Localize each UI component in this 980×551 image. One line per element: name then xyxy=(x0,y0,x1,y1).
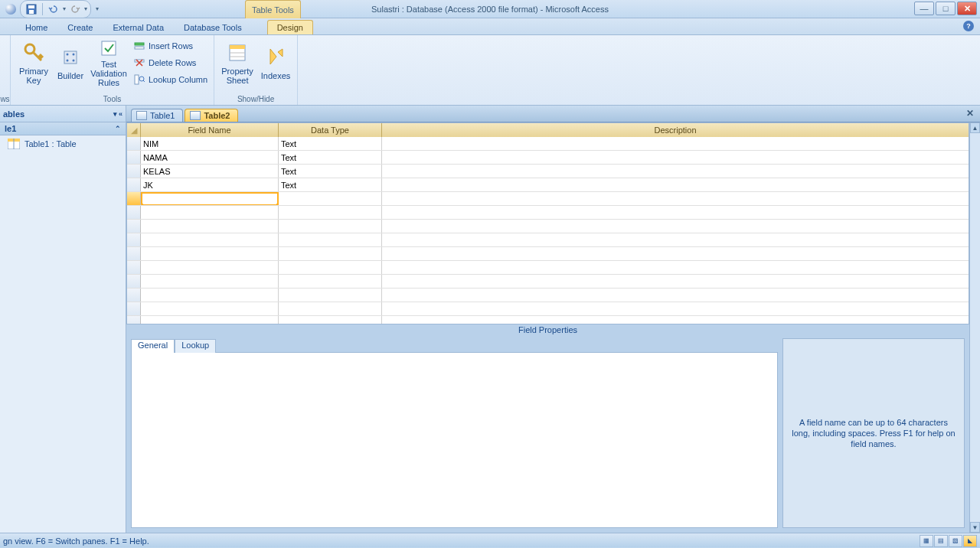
primary-key-button[interactable]: Primary Key xyxy=(15,37,52,87)
row-selector[interactable] xyxy=(127,165,141,178)
navpane-header[interactable]: ables ▾ « xyxy=(0,106,126,122)
row-selector[interactable] xyxy=(127,302,141,315)
maximize-button[interactable]: □ xyxy=(936,2,956,15)
description-cell[interactable] xyxy=(382,233,969,246)
row-selector[interactable] xyxy=(127,206,141,219)
table-row[interactable]: NAMAText xyxy=(127,151,969,165)
data-type-cell[interactable] xyxy=(279,233,382,246)
table-row[interactable]: NIMText xyxy=(127,137,969,151)
data-type-cell[interactable] xyxy=(279,289,382,302)
table-row[interactable] xyxy=(127,289,969,302)
description-cell[interactable] xyxy=(382,316,969,324)
data-type-cell[interactable] xyxy=(279,206,382,219)
fp-tab-general[interactable]: General xyxy=(131,339,175,353)
doc-tab-table1[interactable]: Table1 xyxy=(131,109,183,122)
description-cell[interactable] xyxy=(382,289,969,302)
views-button[interactable] xyxy=(5,37,5,87)
view-datasheet-button[interactable]: ▦ xyxy=(920,535,933,547)
field-name-cell[interactable]: NIM xyxy=(141,137,279,150)
scroll-down-icon[interactable]: ▼ xyxy=(970,522,980,533)
tab-design[interactable]: Design xyxy=(267,20,313,34)
office-button[interactable] xyxy=(3,2,18,17)
row-selector[interactable] xyxy=(127,220,141,233)
view-pivottable-button[interactable]: ▤ xyxy=(934,535,948,547)
field-name-input[interactable] xyxy=(143,194,276,204)
navpane-item-table1[interactable]: Table1 : Table xyxy=(0,135,126,152)
description-cell[interactable] xyxy=(382,247,969,260)
test-validation-button[interactable]: Test Validation Rules xyxy=(89,37,129,87)
field-name-cell[interactable] xyxy=(141,302,279,315)
table-row[interactable] xyxy=(127,275,969,289)
col-description[interactable]: Description xyxy=(382,123,969,137)
doc-tab-table2[interactable]: Table2 xyxy=(185,109,238,122)
data-type-cell[interactable]: Text xyxy=(279,178,382,191)
description-cell[interactable] xyxy=(382,178,969,191)
data-type-cell[interactable]: Text xyxy=(279,137,382,150)
description-cell[interactable] xyxy=(382,220,969,233)
table-row[interactable] xyxy=(127,247,969,261)
property-sheet-button[interactable]: Property Sheet xyxy=(219,37,256,87)
data-type-cell[interactable]: Text xyxy=(279,151,382,164)
tab-external-data[interactable]: External Data xyxy=(103,20,174,34)
row-selector[interactable] xyxy=(127,233,141,246)
field-name-cell[interactable]: JK xyxy=(141,178,279,191)
data-type-cell[interactable] xyxy=(279,220,382,233)
tab-create[interactable]: Create xyxy=(57,20,103,34)
row-selector[interactable] xyxy=(127,151,141,164)
table-row[interactable] xyxy=(127,220,969,233)
description-cell[interactable] xyxy=(382,151,969,164)
table-row[interactable]: KELASText xyxy=(127,165,969,178)
data-type-cell[interactable] xyxy=(279,302,382,315)
lookup-column-button[interactable]: Lookup Column xyxy=(132,72,209,87)
description-cell[interactable] xyxy=(382,165,969,178)
field-name-cell[interactable] xyxy=(141,261,279,274)
delete-rows-button[interactable]: Delete Rows xyxy=(132,55,209,70)
field-name-cell[interactable] xyxy=(141,289,279,302)
field-name-cell[interactable] xyxy=(141,192,279,205)
description-cell[interactable] xyxy=(382,206,969,219)
field-name-cell[interactable] xyxy=(141,275,279,288)
table-row-current[interactable] xyxy=(127,192,969,206)
data-type-cell[interactable] xyxy=(279,192,382,205)
description-cell[interactable] xyxy=(382,137,969,150)
scroll-up-icon[interactable]: ▲ xyxy=(970,122,980,133)
table-row[interactable] xyxy=(127,233,969,247)
field-name-cell[interactable]: KELAS xyxy=(141,165,279,178)
table-row[interactable] xyxy=(127,316,969,324)
tab-home[interactable]: Home xyxy=(15,20,57,34)
data-type-cell[interactable] xyxy=(279,316,382,324)
indexes-button[interactable]: Indexes xyxy=(259,37,292,87)
field-name-cell[interactable]: NAMA xyxy=(141,151,279,164)
row-selector[interactable] xyxy=(127,261,141,274)
minimize-button[interactable]: — xyxy=(914,2,934,15)
navpane-group-tables[interactable]: le1 ⌃ xyxy=(0,122,126,135)
insert-rows-button[interactable]: Insert Rows xyxy=(132,38,209,54)
close-tab-button[interactable]: ✕ xyxy=(965,108,975,119)
description-cell[interactable] xyxy=(382,275,969,288)
row-selector[interactable] xyxy=(127,289,141,302)
field-properties-body[interactable] xyxy=(131,352,778,528)
description-cell[interactable] xyxy=(382,192,969,205)
table-row[interactable] xyxy=(127,206,969,220)
field-name-cell[interactable] xyxy=(141,247,279,260)
view-pivotchart-button[interactable]: ▧ xyxy=(949,535,962,547)
col-data-type[interactable]: Data Type xyxy=(279,123,382,137)
navpane-collapse-icon[interactable]: « xyxy=(119,110,122,118)
row-selector[interactable] xyxy=(127,178,141,191)
tab-database-tools[interactable]: Database Tools xyxy=(174,20,252,34)
row-selector[interactable] xyxy=(127,316,141,324)
row-selector-header[interactable]: ◢ xyxy=(127,123,141,137)
navpane-dropdown-icon[interactable]: ▾ xyxy=(113,110,117,118)
undo-button[interactable] xyxy=(46,2,61,17)
field-name-cell[interactable] xyxy=(141,316,279,324)
field-name-cell[interactable] xyxy=(141,233,279,246)
row-selector[interactable] xyxy=(127,137,141,150)
col-field-name[interactable]: Field Name xyxy=(141,123,279,137)
description-cell[interactable] xyxy=(382,261,969,274)
redo-button[interactable] xyxy=(67,2,83,17)
table-row[interactable] xyxy=(127,261,969,275)
field-name-cell[interactable] xyxy=(141,206,279,219)
vertical-scrollbar[interactable]: ▲ ▼ xyxy=(969,122,980,533)
description-cell[interactable] xyxy=(382,302,969,315)
help-button[interactable]: ? xyxy=(963,21,974,31)
